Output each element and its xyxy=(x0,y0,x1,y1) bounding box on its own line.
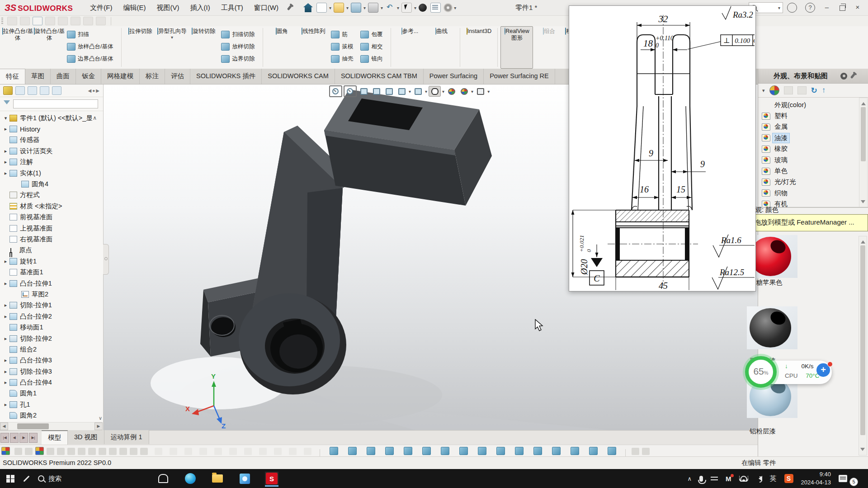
appearance-icon[interactable] xyxy=(1,447,10,455)
appearance-category[interactable]: 玻璃 xyxy=(758,155,868,165)
command-tab[interactable]: SOLIDWORKS 插件 xyxy=(190,69,262,84)
feature-tool-icon[interactable] xyxy=(367,447,375,455)
appearance-thumb-black[interactable] xyxy=(747,306,797,349)
appearance-category[interactable]: 油漆 xyxy=(758,132,868,143)
expand-arrow[interactable]: ▸ xyxy=(3,402,9,408)
tree-item[interactable]: ▸ 基准面1 xyxy=(0,267,103,277)
ime-indicator[interactable]: 英 xyxy=(770,474,777,483)
menu-item[interactable]: 窗口(W) xyxy=(249,0,284,15)
tree-item[interactable]: ▸ 实体(1) xyxy=(0,168,103,178)
appearance-category[interactable]: 橡胶 xyxy=(758,144,868,155)
command-tab[interactable]: 网格建模 xyxy=(101,69,140,84)
tree-item[interactable]: ▸ 移动面1 xyxy=(0,322,103,333)
minimize-button[interactable]: – xyxy=(819,0,835,15)
ribbon-hole-wizard[interactable]: 异型孔向导▾ xyxy=(156,26,188,69)
tree-item[interactable]: ▸ 上视基准面 xyxy=(0,223,103,234)
solidworks-app-icon[interactable]: S xyxy=(265,472,278,485)
ribbon-extruded-boss[interactable]: 拉伸凸台/基体 xyxy=(2,26,33,69)
tree-item[interactable]: ▸ 切除-拉伸1 xyxy=(0,300,103,311)
note-icon[interactable] xyxy=(7,17,17,25)
tree-item[interactable]: ▸ 孔1 xyxy=(0,399,103,410)
ribbon-fillet[interactable]: 圆角 xyxy=(266,26,297,69)
print-icon[interactable] xyxy=(368,3,378,13)
ribbon-boundary-boss[interactable]: 边界凸台/基体 xyxy=(66,53,118,65)
expand-arrow[interactable]: ▸ xyxy=(3,369,9,375)
scroll-thumb[interactable] xyxy=(861,107,866,161)
m-tray-icon[interactable]: M xyxy=(726,475,731,483)
tool-icon[interactable] xyxy=(642,448,650,455)
expand-arrow[interactable]: ▾ xyxy=(3,115,9,121)
start-button[interactable] xyxy=(6,475,14,483)
ribbon-sweep[interactable]: 扫描 xyxy=(66,28,118,41)
zoom-area-icon[interactable] xyxy=(344,85,357,97)
command-tab[interactable]: 标注 xyxy=(140,69,165,84)
feature-tree-tab-icon[interactable] xyxy=(3,86,13,95)
tool-icon[interactable] xyxy=(119,448,127,455)
tree-item[interactable]: ▸ 圆角1 xyxy=(0,388,103,399)
mouse-gesture-icon[interactable] xyxy=(419,4,427,12)
action-center-icon[interactable] xyxy=(839,475,847,482)
feature-tool-icon[interactable] xyxy=(330,447,338,455)
previous-view-icon[interactable] xyxy=(358,86,369,96)
note-insert-icon[interactable] xyxy=(33,17,42,25)
dimxpert-tab-icon[interactable] xyxy=(40,86,49,95)
feature-tool-icon[interactable] xyxy=(496,447,505,455)
properties-icon[interactable] xyxy=(430,3,441,13)
command-tab[interactable]: 钣金 xyxy=(76,69,101,84)
expand-arrow[interactable]: ▸ xyxy=(3,170,9,176)
tree-item[interactable]: ▸ 旋转1 xyxy=(0,256,103,267)
tool-icon[interactable] xyxy=(67,448,75,455)
hatch-icon[interactable] xyxy=(83,17,93,25)
apply-scene-icon[interactable] xyxy=(458,86,470,96)
collapse-chevron[interactable]: ∧ xyxy=(93,115,103,121)
spellcheck-icon[interactable] xyxy=(58,17,68,25)
view-orientation-icon[interactable] xyxy=(396,86,407,96)
expand-arrow[interactable]: ▸ xyxy=(3,314,9,319)
tree-item[interactable]: ▸ 凸台-拉伸1 xyxy=(0,278,103,289)
tree-item[interactable]: ▸ 设计活页夹 xyxy=(0,145,103,156)
home-icon[interactable] xyxy=(303,3,313,12)
ribbon-rib[interactable]: 筋 xyxy=(330,28,358,41)
ribbon-instant3d[interactable]: Instant3D xyxy=(463,26,495,69)
tool-icon[interactable] xyxy=(57,448,65,455)
ribbon-mirror[interactable]: 镜向 xyxy=(359,53,387,65)
ribbon-combine[interactable]: 组合 xyxy=(533,26,565,69)
ribbon-realview[interactable]: RealView 图形 xyxy=(500,26,533,69)
appearance-category[interactable]: 单色 xyxy=(758,165,868,176)
appearance-category[interactable]: 织物 xyxy=(758,188,868,198)
feature-tool-icon[interactable] xyxy=(404,447,412,455)
ribbon-draft[interactable]: 拔模 xyxy=(330,41,358,53)
expand-arrow[interactable]: ▸ xyxy=(3,126,9,132)
tree-item[interactable]: ▸ 凸台-拉伸2 xyxy=(0,311,103,322)
tool-icon[interactable] xyxy=(25,448,33,455)
model-tab[interactable]: 模型 xyxy=(42,430,68,445)
feature-tool-icon[interactable] xyxy=(441,447,449,455)
scroll-right-button[interactable]: ▶ xyxy=(94,422,103,430)
ribbon-boundary-cut[interactable]: 边界切除 xyxy=(220,53,259,65)
save-icon[interactable] xyxy=(351,3,361,13)
ribbon-shell[interactable]: 抽壳 xyxy=(330,53,358,65)
edit-appearance-icon[interactable] xyxy=(446,86,457,96)
tree-item[interactable]: ▸ History xyxy=(0,123,103,134)
ribbon-revolved-cut[interactable]: 旋转切除 xyxy=(188,26,219,69)
taskbar-search[interactable]: 搜索 xyxy=(38,474,61,483)
expand-arrow[interactable]: ▸ xyxy=(3,302,9,308)
feature-tool-icon[interactable] xyxy=(515,447,524,455)
clock[interactable]: 9:40 2024-04-13 xyxy=(801,470,831,486)
tool-icon[interactable] xyxy=(35,447,44,455)
display-manager-tab-icon[interactable] xyxy=(52,86,61,95)
pen-workspace-icon[interactable] xyxy=(23,475,29,482)
performance-widget[interactable]: 65% ↓ 0K/s CPU 70°C + xyxy=(745,356,837,389)
feature-tool-icon[interactable] xyxy=(533,447,542,455)
view-settings-icon[interactable] xyxy=(475,86,486,96)
nav-last-button[interactable]: ▶| xyxy=(29,433,38,443)
tool-icon[interactable] xyxy=(99,448,106,455)
feature-tool-icon[interactable] xyxy=(589,447,598,455)
expand-arrow[interactable]: ▸ xyxy=(3,159,9,165)
category-scrollbar[interactable] xyxy=(859,98,868,208)
volume-icon[interactable] xyxy=(756,476,762,481)
ribbon-wrap[interactable]: 包覆 xyxy=(359,28,387,41)
tree-hscrollbar[interactable]: ◀ ▶ xyxy=(0,422,103,430)
command-tab[interactable]: SOLIDWORKS CAM TBM xyxy=(335,69,424,84)
tree-item[interactable]: ▸ 组合2 xyxy=(0,344,103,355)
